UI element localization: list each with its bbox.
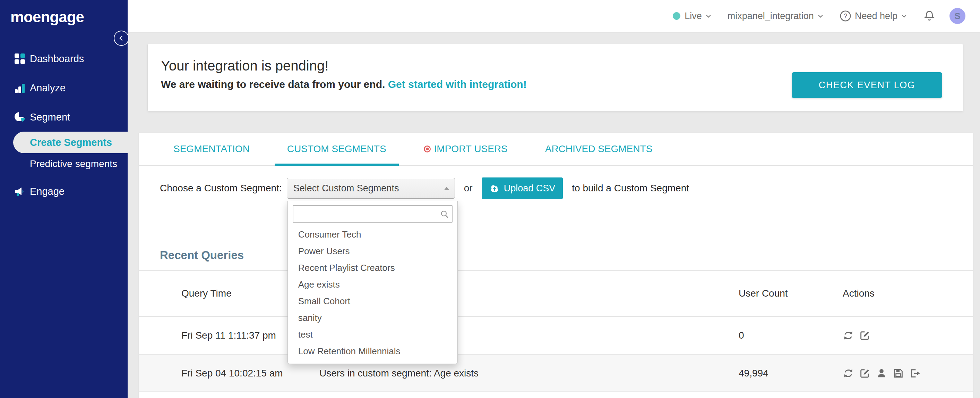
edit-icon[interactable] [859, 368, 870, 379]
upload-csv-label: Upload CSV [504, 183, 555, 194]
dropdown-option[interactable]: Recent Playlist Creators [288, 259, 457, 276]
red-target-icon [424, 145, 431, 152]
sidebar-item-label: Dashboards [30, 53, 84, 65]
chevron-down-icon [901, 13, 907, 19]
custom-segment-options: Consumer TechPower UsersRecent Playlist … [288, 226, 457, 360]
user-icon[interactable] [876, 368, 887, 379]
workspace-label: mixpanel_integration [727, 11, 814, 22]
sidebar-item-analyze[interactable]: Analyze [0, 73, 127, 102]
sidebar-collapse-button[interactable] [114, 30, 129, 46]
sidebar-item-label: Analyze [30, 82, 65, 94]
chevron-down-icon [705, 13, 711, 19]
or-text: or [464, 183, 473, 194]
custom-segment-select-wrap: Select Custom Segments Consumer TechPowe… [287, 178, 455, 199]
sidebar-item-label: Segment [30, 112, 70, 123]
cloud-upload-icon [489, 184, 500, 193]
sidebar-item-segment[interactable]: Segment [0, 102, 127, 132]
table-row: Fri Sep 11 1:11:37 pm0 [139, 317, 973, 355]
check-event-log-button[interactable]: CHECK EVENT LOG [792, 72, 942, 98]
chevron-left-icon [118, 34, 125, 42]
need-help-label: Need help [855, 11, 897, 22]
pie-chart-icon [14, 111, 25, 123]
recent-queries-title: Recent Queries [160, 249, 973, 262]
sidebar-item-label: Engage [30, 186, 65, 197]
dropdown-option[interactable]: Age exists [288, 276, 457, 293]
edit-icon[interactable] [859, 330, 870, 341]
user-count-cell: 49,994 [739, 368, 843, 379]
notifications-bell-icon[interactable] [923, 10, 935, 22]
environment-selector[interactable]: Live [673, 11, 711, 22]
sidebar: moengage Dashboards Analyze Segment Crea… [0, 0, 127, 398]
integration-pending-banner: Your integration is pending! We are wait… [147, 44, 963, 112]
save-icon[interactable] [892, 368, 904, 379]
upload-csv-button[interactable]: Upload CSV [482, 177, 563, 199]
svg-text:?: ? [844, 12, 847, 19]
sidebar-item-engage[interactable]: Engage [0, 177, 127, 206]
sidebar-item-label: Create Segments [30, 137, 112, 148]
banner-subtitle-text: We are waiting to receive data from your… [161, 78, 385, 90]
top-bar: Live mixpanel_integration ? Need help S [127, 0, 980, 33]
dropdown-option[interactable]: Power Users [288, 243, 457, 259]
dropdown-option[interactable]: Small Cohort [288, 293, 457, 309]
dropdown-option[interactable]: sanity [288, 309, 457, 326]
user-count-cell: 0 [739, 330, 843, 341]
need-help-menu[interactable]: ? Need help [840, 10, 907, 22]
actions-cell [843, 368, 973, 379]
environment-label: Live [684, 11, 702, 22]
tab-segmentation[interactable]: SEGMENTATION [161, 133, 262, 165]
export-icon[interactable] [909, 368, 920, 379]
col-user-count: User Count [739, 288, 843, 299]
sidebar-item-label: Predictive segments [30, 158, 117, 169]
live-status-dot-icon [673, 12, 680, 20]
avatar-initial: S [955, 11, 961, 21]
megaphone-icon [14, 185, 25, 197]
select-value: Select Custom Segments [293, 183, 399, 194]
dropdown-option[interactable]: Consumer Tech [288, 226, 457, 243]
sidebar-item-create-segments[interactable]: Create Segments [13, 132, 127, 153]
custom-segment-chooser-row: Choose a Custom Segment: Select Custom S… [160, 178, 973, 199]
custom-segment-select[interactable]: Select Custom Segments [287, 178, 455, 199]
segments-panel: SEGMENTATION CUSTOM SEGMENTS IMPORT USER… [139, 133, 973, 398]
dropdown-search-wrap [293, 205, 453, 223]
custom-segment-dropdown: Consumer TechPower UsersRecent Playlist … [288, 201, 458, 364]
user-avatar[interactable]: S [950, 8, 966, 24]
tab-label: IMPORT USERS [434, 144, 508, 155]
moengage-logo[interactable]: moengage [0, 0, 127, 26]
tab-import-users[interactable]: IMPORT USERS [411, 133, 520, 165]
segments-tab-bar: SEGMENTATION CUSTOM SEGMENTS IMPORT USER… [139, 133, 973, 166]
tab-archived-segments[interactable]: ARCHIVED SEGMENTS [533, 133, 665, 165]
table-row: Fri Sep 04 10:02:15 amUsers in custom se… [139, 355, 973, 392]
question-circle-icon: ? [840, 10, 851, 22]
tab-custom-segments[interactable]: CUSTOM SEGMENTS [275, 133, 399, 165]
sidebar-item-dashboards[interactable]: Dashboards [0, 44, 127, 73]
segment-search-input[interactable] [293, 205, 453, 223]
recent-queries-header-row: Query Time User Count Actions [139, 271, 973, 317]
workspace-selector[interactable]: mixpanel_integration [727, 11, 824, 22]
chevron-down-icon [817, 13, 824, 19]
dropdown-option[interactable]: Low Retention Millennials [288, 343, 457, 360]
search-icon [440, 210, 449, 219]
chooser-label: Choose a Custom Segment: [160, 183, 282, 194]
dashboard-grid-icon [14, 53, 25, 65]
get-started-link[interactable]: Get started with integration! [388, 78, 527, 90]
dropdown-option[interactable]: test [288, 326, 457, 343]
refresh-icon[interactable] [843, 368, 854, 379]
sidebar-item-predictive-segments[interactable]: Predictive segments [0, 153, 127, 175]
actions-cell [843, 330, 973, 341]
chooser-suffix-text: to build a Custom Segment [572, 183, 689, 194]
refresh-icon[interactable] [843, 330, 854, 341]
col-actions: Actions [843, 288, 973, 299]
query-time-cell: Fri Sep 04 10:02:15 am [181, 368, 320, 379]
bar-chart-icon [14, 82, 25, 94]
query-description-cell: Users in custom segment: Age exists [320, 368, 739, 379]
banner-title: Your integration is pending! [161, 58, 963, 74]
caret-up-icon [444, 187, 449, 190]
recent-queries-rows: Fri Sep 11 1:11:37 pm0Fri Sep 04 10:02:1… [139, 317, 973, 392]
